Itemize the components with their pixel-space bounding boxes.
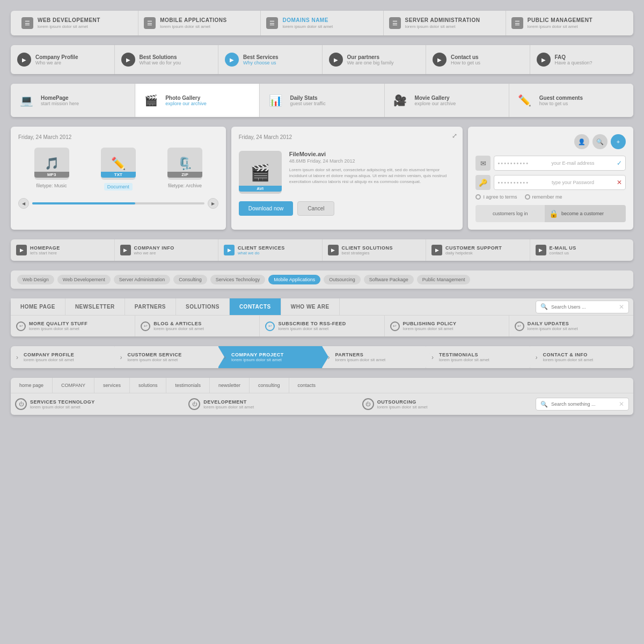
nav1-item-domains[interactable]: ☰ DOMAINS NAME lorem ipsum dolor sit ame…	[261, 11, 383, 35]
nav6-item-company-profile[interactable]: › COMPANY PROFILE lorem ipsum dolor sit …	[11, 346, 115, 368]
nav4-item-email-us[interactable]: ▶ E-MAIL US contact us	[530, 239, 634, 261]
terms-radio[interactable]	[475, 194, 481, 200]
nav7-search-input[interactable]	[551, 401, 616, 407]
password-input[interactable]: •••••••••• type your Password ✕	[494, 175, 626, 190]
nav2-item-best-services[interactable]: ▶ Best Services Why choose us	[218, 45, 323, 74]
nav5-item-title-blog-articles: BLOG & ARTICLES	[153, 321, 204, 326]
search-clear-icon[interactable]: ✕	[619, 303, 624, 311]
play-btn-our-partners: ▶	[329, 53, 343, 67]
file-item-zip[interactable]: 🗜️ ZIP filetype: Archive	[167, 148, 202, 191]
nav5-tab-partners[interactable]: PARTNERS	[125, 298, 176, 315]
remember-label[interactable]: remember me	[525, 194, 562, 200]
nav7-tab-newsletter[interactable]: newsletter	[210, 378, 250, 393]
cancel-button[interactable]: Cancel	[297, 201, 334, 216]
nav7-tab-home-page[interactable]: home page	[11, 378, 53, 393]
nav5-tab-newsletter[interactable]: NEWSLETTER	[65, 298, 125, 315]
nav3-item-guest-comments[interactable]: ✏️ Guest comments how to get us	[509, 84, 633, 117]
nav3-item-photo-gallery[interactable]: 🎬 Photo Gallery explore our archive	[135, 84, 260, 117]
add-icon[interactable]: +	[611, 134, 626, 149]
nav2-item-our-partners[interactable]: ▶ Our partners We are one big family	[323, 45, 427, 74]
nav7-tab-solutions[interactable]: solutions	[130, 378, 167, 393]
nav6-item-customer-service[interactable]: › CUSTOMER SERVICE lorem ipsum dolor sit…	[115, 346, 219, 368]
nav5-items-row: ↩ MORE QUALITY STUFF lorem ipsum dolor s…	[11, 315, 633, 336]
nav2-sub-company-profile: Who we are	[35, 60, 78, 65]
nav6-item-contact-info[interactable]: › CONTACT & INFO lorem ipsum dolor sit a…	[530, 346, 634, 368]
become-customer-button[interactable]: 🔒 become a customer	[545, 205, 626, 222]
nav6-sub-contact-info: lorem ipsum dolor sit amet	[543, 357, 594, 362]
expand-icon[interactable]: ⤢	[452, 132, 457, 140]
nav6-arrow-customer-service	[218, 346, 224, 368]
tag-web-dev[interactable]: Web Developement	[57, 275, 111, 284]
nav7-item-developement[interactable]: ⏻ DEVELOPEMENT lorem ipsum dolor sit ame…	[188, 398, 356, 411]
nav6: › COMPANY PROFILE lorem ipsum dolor sit …	[11, 346, 633, 368]
tag-consulting[interactable]: Consulting	[173, 275, 207, 284]
nav5-tab-solutions[interactable]: SOLUTIONS	[176, 298, 230, 315]
nav7-tab-contacts[interactable]: contacts	[289, 378, 325, 393]
tag-software-pkg[interactable]: Software Package	[364, 275, 414, 284]
nav7-tab-testimonials[interactable]: testimonials	[166, 378, 210, 393]
nav1-item-public-mgmt[interactable]: ☰ PUBLIC MANAGEMENT lorem ipsum dolor si…	[506, 11, 628, 35]
file-item-mp3[interactable]: 🎵 MP3 filetype: Music	[34, 148, 69, 191]
remember-radio[interactable]	[525, 194, 530, 200]
nav6-title-partners: PARTNERS	[335, 352, 386, 357]
search-input[interactable]	[551, 304, 616, 310]
nav7-tab-consulting[interactable]: consulting	[250, 378, 289, 393]
nav1-item-server-admin[interactable]: ☰ SERVER ADMINISTRATION lorem ipsum dolo…	[384, 11, 506, 35]
nav6-item-company-project[interactable]: › COMPANY PROJECT lorem ipsum dolor sit …	[218, 346, 323, 368]
nav2-item-contact-us[interactable]: ▶ Contact us How to get us	[426, 45, 530, 74]
nav5-item-daily-updates[interactable]: ↩ DAILY UPDATES lorem ipsum dolor sit am…	[509, 315, 633, 336]
nav4-item-client-services[interactable]: ▶ CLIENT SERVICES what we do	[218, 239, 323, 261]
email-icon: ✉	[475, 156, 491, 171]
nav7-item-services-tech[interactable]: ⏻ SERVICES TECHNOLOGY lorem ipsum dolor …	[15, 398, 183, 411]
nav3-item-movie-gallery[interactable]: 🎥 Movie Gallery explore our archive	[385, 84, 509, 117]
nav2-item-company-profile[interactable]: ▶ Company Profile Who we are	[11, 45, 115, 74]
nav7-tab-company[interactable]: COMPANY	[53, 378, 94, 393]
search-icon[interactable]: 🔍	[592, 134, 608, 149]
terms-label[interactable]: I agree to terms	[475, 194, 517, 200]
power-icon-outsourcing: ⏻	[362, 398, 374, 410]
slider-prev[interactable]: ◀	[18, 198, 29, 209]
nav2-sub-faq: Have a question?	[555, 60, 592, 65]
nav4-title-client-services: CLIENT SERVICES	[238, 245, 285, 251]
nav5-tab-who-we-are[interactable]: WHO WE ARE	[281, 298, 340, 315]
user-icon[interactable]: 👤	[574, 134, 589, 149]
nav7-tab-services[interactable]: services	[94, 378, 130, 393]
nav3-item-homepage[interactable]: 💻 HomePage start mission here	[11, 84, 135, 117]
tag-server-admin[interactable]: Server Administration	[114, 275, 171, 284]
nav1-icon-mobile-apps: ☰	[144, 17, 156, 29]
nav2-item-best-solutions[interactable]: ▶ Best Solutions What we do for you	[115, 45, 219, 74]
clear-icon[interactable]: ✕	[617, 179, 622, 186]
slider-next[interactable]: ▶	[208, 198, 218, 209]
nav6-item-testimonials[interactable]: › TESTIMONIALS lorem ipsum dolor sit ame…	[426, 346, 530, 368]
nav4-item-company-info[interactable]: ▶ COMPANY INFO who we are	[115, 239, 219, 261]
file-item-txt[interactable]: ✏️ TXT Document	[101, 148, 136, 191]
tag-web-design[interactable]: Web Design	[17, 275, 54, 284]
nav1-item-web-dev[interactable]: ☰ WEB DEVELOPEMENT lorem ipsum dolor sit…	[16, 11, 138, 35]
nav5-tab-contacts[interactable]: CONTACTS	[230, 298, 281, 315]
download-button[interactable]: Download now	[239, 201, 294, 216]
email-input[interactable]: •••••••••• your E-mail address ✓	[494, 156, 626, 171]
nav4-item-customer-support[interactable]: ▶ CUSTOMER SUPPORT daily helpdesk	[426, 239, 530, 261]
slider-track[interactable]	[32, 202, 204, 204]
nav7-item-outsourcing[interactable]: ⏻ OUTSOURCING lorem ipsum dolor sit amet	[362, 398, 530, 411]
nav1-icon-web-dev: ☰	[21, 17, 33, 29]
nav4-item-client-solutions[interactable]: ▶ CLIENT SOLUTIONS best strategies	[323, 239, 427, 261]
login-button[interactable]: customers log in	[475, 205, 545, 222]
tag-public-mgmt[interactable]: Public Management	[417, 275, 471, 284]
nav5-item-more-quality[interactable]: ↩ MORE QUALITY STUFF lorem ipsum dolor s…	[11, 315, 135, 336]
nav7-search-clear-icon[interactable]: ✕	[619, 400, 624, 408]
nav3-item-daily-stats[interactable]: 📊 Daily Stats guest user traffic	[260, 84, 384, 117]
nav2-item-faq[interactable]: ▶ FAQ Have a question?	[530, 45, 634, 74]
nav5-item-rss-feed[interactable]: ↩ SUBSCRIBE TO RSS-FEED lorem ipsum dolo…	[260, 315, 384, 336]
tag-services-tech[interactable]: Services Technology	[210, 275, 265, 284]
nav4-item-homepage[interactable]: ▶ HOMEPAGE let's start here	[11, 239, 115, 261]
nav5-item-publishing[interactable]: ↩ PUBLISHING POLICY lorem ipsum dolor si…	[385, 315, 509, 336]
nav2-sub-best-solutions: What we do for you	[140, 60, 181, 65]
nav1-item-mobile-apps[interactable]: ☰ MOBILE APPLICATIONS lorem ipsum dolor …	[138, 11, 261, 35]
nav6-text-customer-service: CUSTOMER SERVICE lorem ipsum dolor sit a…	[128, 352, 182, 362]
tag-mobile-apps[interactable]: Mobile Applications	[268, 275, 320, 284]
nav6-item-partners[interactable]: › PARTNERS lorem ipsum dolor sit amet	[323, 346, 427, 368]
nav5-item-blog-articles[interactable]: ↩ BLOG & ARTICLES lorem ipsum dolor sit …	[135, 315, 260, 336]
nav5-tab-home-page[interactable]: HOME PAGE	[11, 298, 65, 315]
tag-outsourcing[interactable]: Outsourcing	[324, 275, 361, 284]
